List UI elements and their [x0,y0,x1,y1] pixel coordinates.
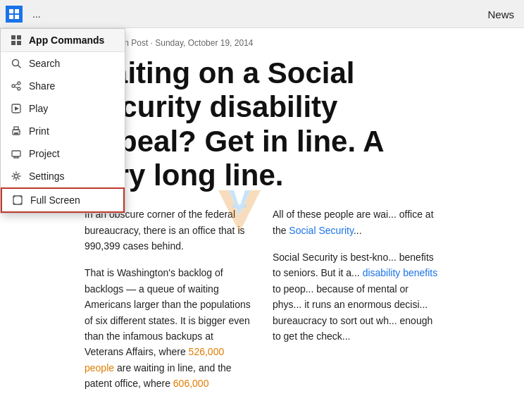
svg-point-11 [18,87,20,90]
menu-item-print[interactable]: Print [1,120,125,142]
svg-marker-16 [15,106,19,111]
search-icon [11,58,22,69]
settings-icon [11,171,22,182]
settings-label: Settings [29,171,65,182]
ellipsis-button[interactable]: ... [28,7,45,21]
link-patent[interactable]: 606,000 [173,378,209,389]
svg-point-20 [18,131,20,132]
svg-rect-26 [13,196,22,204]
menu-item-search[interactable]: Search [1,52,125,75]
article-col2: All of these people are wai... office at… [273,206,439,402]
svg-line-14 [15,87,18,88]
play-icon [11,103,22,114]
article-col2-p2: Social Security is best-kno... benefits … [273,249,439,344]
news-title: News [487,8,514,20]
menu-item-app-commands[interactable]: App Commands [1,29,125,52]
top-bar-left: ... [6,6,45,23]
link-disability[interactable]: disability benefits [363,267,438,278]
svg-rect-6 [11,41,15,45]
article-body: In an obscure corner of the federal bure… [85,206,439,402]
menu-item-share[interactable]: Share [1,75,125,97]
svg-rect-19 [14,132,18,134]
link-veterans[interactable]: 526,000 people [85,346,224,373]
menu-item-play[interactable]: Play [1,97,125,120]
menu-item-project[interactable]: Project [1,142,125,165]
search-label: Search [29,58,60,69]
top-bar: ... News [0,0,524,28]
app-icon [6,6,23,23]
svg-line-9 [18,66,21,68]
svg-rect-21 [12,151,20,156]
svg-rect-5 [17,35,21,39]
link-social-security[interactable]: Social Security [289,225,354,236]
svg-rect-18 [14,127,18,130]
article-col1-p1: In an obscure corner of the federal bure… [85,206,251,254]
article-headline: Waiting on a Social Security disability … [85,56,439,192]
svg-point-12 [12,85,15,87]
menu-item-settings[interactable]: Settings [1,165,125,187]
app-commands-label: App Commands [29,35,104,46]
project-label: Project [29,148,60,159]
article-col2-p1: All of these people are wai... office at… [273,206,439,238]
svg-rect-0 [9,9,13,13]
svg-point-10 [18,82,20,85]
svg-rect-1 [15,9,19,13]
print-label: Print [29,125,49,137]
share-icon [11,80,22,92]
svg-rect-2 [9,15,13,19]
full-screen-label: Full Screen [30,194,80,206]
print-icon [11,125,22,137]
svg-rect-7 [17,41,21,45]
svg-point-25 [15,175,18,178]
article-col1-p2: That is Washington's backlog of backlogs… [85,265,251,391]
play-label: Play [29,103,48,114]
article-source: Washington Post · Sunday, October 19, 20… [85,38,439,48]
svg-rect-3 [15,15,19,19]
grid-icon [11,35,22,46]
svg-rect-4 [11,35,15,39]
svg-line-13 [15,84,18,85]
share-label: Share [29,80,55,92]
project-icon [11,148,22,159]
article-col1: In an obscure corner of the federal bure… [85,206,251,402]
dropdown-menu: App Commands Search Share [0,28,125,214]
menu-item-full-screen[interactable]: Full Screen [1,187,125,213]
fullscreen-icon [12,194,23,206]
